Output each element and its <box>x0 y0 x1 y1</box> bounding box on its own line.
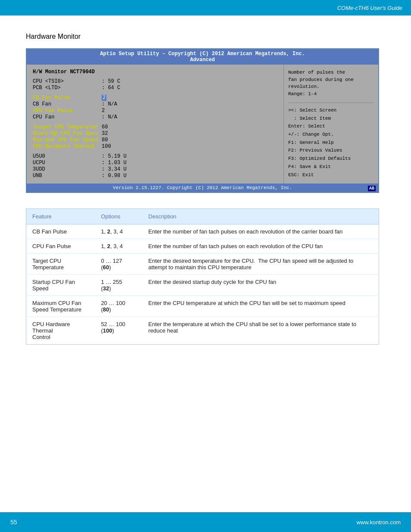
bios-label-cpu-fan-pulse: CPU Fan Pulse <box>33 108 102 114</box>
bios-value-3udd: : 3.34 U <box>102 166 127 172</box>
bios-row-ucpu: UCPU : 1.03 U <box>33 160 277 166</box>
bios-label-target-cpu-temp: Target CPU Temperatur <box>33 124 102 130</box>
bios-row-unb: UNB : 0.98 U <box>33 173 277 179</box>
bios-footer-text: Version 2.15.1227. Copyright (C) 2012 Am… <box>113 185 292 190</box>
bios-row-cpu-hw-thermal: CPU Hardware Thermal 100 <box>33 143 277 149</box>
bios-label-cpu-tsi: CPU <TSI0> <box>33 78 102 84</box>
bios-row-3udd: 3UDD : 3.34 U <box>33 166 277 172</box>
options-target-cpu-temp: 0 … 127(60) <box>95 254 142 275</box>
bios-footer-ab: AB <box>368 186 376 191</box>
bios-row-target-cpu-temp: Target CPU Temperatur 60 <box>33 124 277 130</box>
bios-title-text: Aptio Setup Utility – Copyright (C) 2012… <box>100 51 305 57</box>
bios-screenshot: Aptio Setup Utility – Copyright (C) 2012… <box>26 48 379 193</box>
feature-table: Feature Options Description CB Fan Pulse… <box>26 208 379 345</box>
desc-target-cpu-temp: Enter the desired temperature for the CP… <box>142 254 379 275</box>
main-content: Hardware Monitor Aptio Setup Utility – C… <box>0 16 411 362</box>
feature-cb-fan-pulse: CB Fan Pulse <box>26 224 95 239</box>
desc-cpu-fan-pulse: Enter the number of fan tach pulses on e… <box>142 239 379 254</box>
bios-row-cpu-tsi: CPU <TSI0> : 59 C <box>33 78 277 84</box>
footer-website: www.kontron.com <box>356 519 401 526</box>
col-header-description: Description <box>142 209 379 224</box>
bios-row-u5u0: U5U0 : 5.19 U <box>33 153 277 159</box>
feature-target-cpu-temp: Target CPUTemperature <box>26 254 95 275</box>
bios-label-cb-fan: CB Fan <box>33 101 102 107</box>
feature-cpu-fan-pulse: CPU Fan Pulse <box>26 239 95 254</box>
bios-label-cpu-fan: CPU Fan <box>33 114 102 120</box>
bios-label-cpu-hw-thermal: CPU Hardware Thermal <box>33 143 102 149</box>
options-startup-cpu-fan: 1 … 255(32) <box>95 275 142 296</box>
footer-page-number: 55 <box>10 519 17 526</box>
bios-title-bar: Aptio Setup Utility – Copyright (C) 2012… <box>27 49 378 65</box>
bios-right-panel: Number of pulses the fan produces during… <box>283 65 378 184</box>
col-header-feature: Feature <box>26 209 95 224</box>
bios-row-cpu-fan: CPU Fan : N/A <box>33 114 277 120</box>
desc-max-cpu-fan: Enter the CPU temperature at which the C… <box>142 296 379 317</box>
bios-row-cpu-fan-pulse: CPU Fan Pulse 2 <box>33 108 277 114</box>
header-title: COMe-cTH6 User's Guide <box>337 5 402 11</box>
bios-value-unb: : 0.98 U <box>102 173 127 179</box>
bios-value-startup-fan: 32 <box>102 131 108 137</box>
options-cb-fan-pulse: 1, 2, 3, 4 <box>95 224 142 239</box>
bios-row-max-fan: Maximum CPU Fan Speed 80 <box>33 137 277 143</box>
feature-startup-cpu-fan: Startup CPU Fan Speed <box>26 275 95 296</box>
bios-value-cb-fan: : N/A <box>102 101 117 107</box>
bios-value-ucpu: : 1.03 U <box>102 160 127 166</box>
bios-value-target-cpu-temp: 60 <box>102 124 108 130</box>
table-row: CPU Hardware ThermalControl 52 … 100(100… <box>26 317 379 345</box>
bottom-footer: 55 www.kontron.com <box>0 512 411 532</box>
table-row: CPU Fan Pulse 1, 2, 3, 4 Enter the numbe… <box>26 239 379 254</box>
bios-value-cpu-fan-pulse: 2 <box>102 108 105 114</box>
section-title: Hardware Monitor <box>26 33 385 40</box>
options-cpu-hw-thermal: 52 … 100(100) <box>95 317 142 345</box>
bios-row-pcb: PCB <LTD> : 64 C <box>33 85 277 91</box>
bios-subtitle: Advanced <box>190 57 215 63</box>
desc-cpu-hw-thermal: Enter the temperature at which the CPU s… <box>142 317 379 345</box>
bios-hw-title: H/W Monitor NCT7904D <box>33 69 277 75</box>
desc-startup-cpu-fan: Enter the desired startup duty cycle for… <box>142 275 379 296</box>
feature-cpu-hw-thermal: CPU Hardware ThermalControl <box>26 317 95 345</box>
bios-right-keys: ><: Select Screen : Select Item Enter: S… <box>288 103 374 179</box>
bios-value-u5u0: : 5.19 U <box>102 153 127 159</box>
desc-cb-fan-pulse: Enter the number of fan tach pulses on e… <box>142 224 379 239</box>
bios-label-unb: UNB <box>33 173 102 179</box>
bios-label-cb-fan-pulse: CB Fan Pulse <box>33 95 102 101</box>
bios-value-cpu-fan: : N/A <box>102 114 117 120</box>
bios-right-info: Number of pulses the fan produces during… <box>288 69 374 97</box>
bios-label-pcb: PCB <LTD> <box>33 85 102 91</box>
table-row: Startup CPU Fan Speed 1 … 255(32) Enter … <box>26 275 379 296</box>
options-max-cpu-fan: 20 … 100(80) <box>95 296 142 317</box>
table-row: CB Fan Pulse 1, 2, 3, 4 Enter the number… <box>26 224 379 239</box>
bios-value-pcb: : 64 C <box>102 85 120 91</box>
table-header-row: Feature Options Description <box>26 209 379 224</box>
bios-label-startup-fan: Start-Up CPU Fan Spee <box>33 131 102 137</box>
feature-max-cpu-fan: Maximum CPU FanSpeed Temperature <box>26 296 95 317</box>
bios-row-startup-fan: Start-Up CPU Fan Spee 32 <box>33 131 277 137</box>
bios-label-u5u0: U5U0 <box>33 153 102 159</box>
table-row: Maximum CPU FanSpeed Temperature 20 … 10… <box>26 296 379 317</box>
bios-body: H/W Monitor NCT7904D CPU <TSI0> : 59 C P… <box>27 65 378 184</box>
col-header-options: Options <box>95 209 142 224</box>
bios-value-cpu-hw-thermal: 100 <box>102 143 111 149</box>
bios-value-max-fan: 80 <box>102 137 108 143</box>
bios-label-ucpu: UCPU <box>33 160 102 166</box>
bios-label-max-fan: Maximum CPU Fan Speed <box>33 137 102 143</box>
bios-row-cb-fan-pulse: CB Fan Pulse 2 <box>33 95 277 101</box>
bios-value-cpu-tsi: : 59 C <box>102 78 120 84</box>
bios-label-3udd: 3UDD <box>33 166 102 172</box>
bios-left-panel: H/W Monitor NCT7904D CPU <TSI0> : 59 C P… <box>27 65 283 184</box>
table-row: Target CPUTemperature 0 … 127(60) Enter … <box>26 254 379 275</box>
bios-value-cb-fan-pulse: 2 <box>102 95 106 101</box>
options-cpu-fan-pulse: 1, 2, 3, 4 <box>95 239 142 254</box>
bios-footer: Version 2.15.1227. Copyright (C) 2012 Am… <box>27 184 378 192</box>
bios-row-cb-fan: CB Fan : N/A <box>33 101 277 107</box>
top-header: COMe-cTH6 User's Guide <box>0 0 411 16</box>
